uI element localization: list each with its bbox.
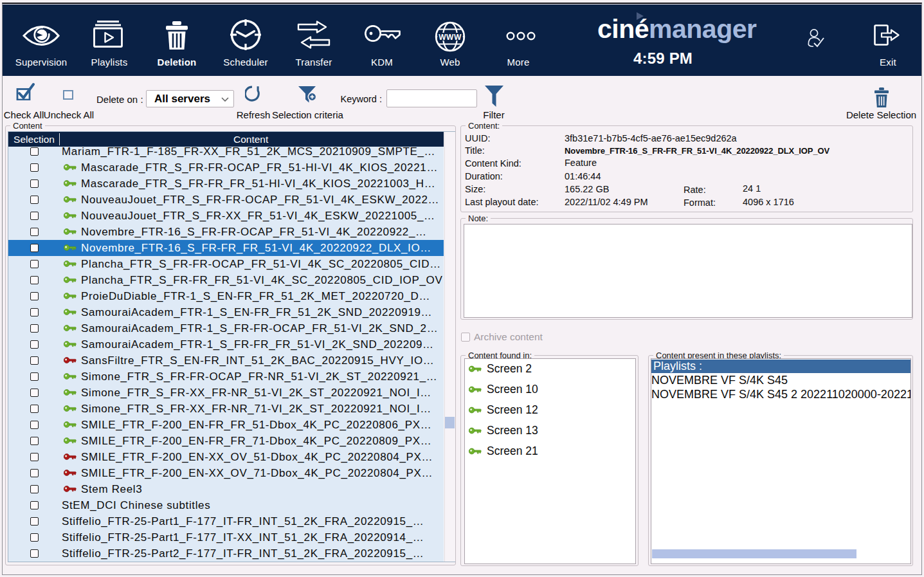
svg-text:WWW: WWW [439, 33, 462, 42]
